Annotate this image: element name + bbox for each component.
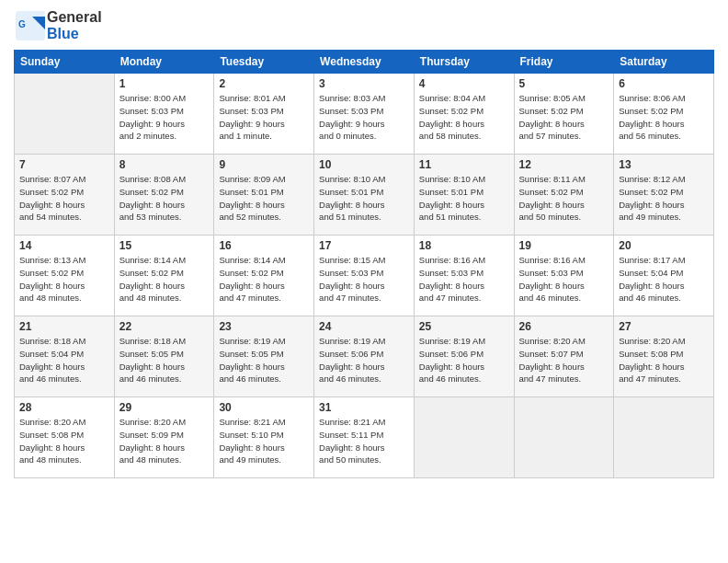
week-row-3: 14Sunrise: 8:13 AM Sunset: 5:02 PM Dayli…	[15, 236, 714, 316]
col-header-sunday: Sunday	[15, 51, 115, 74]
day-cell: 23Sunrise: 8:19 AM Sunset: 5:05 PM Dayli…	[214, 316, 314, 397]
day-info: Sunrise: 8:01 AM Sunset: 5:03 PM Dayligh…	[219, 92, 309, 143]
day-info: Sunrise: 8:09 AM Sunset: 5:01 PM Dayligh…	[219, 173, 309, 224]
day-number: 29	[119, 401, 210, 414]
day-number: 2	[219, 77, 309, 90]
day-number: 24	[319, 320, 409, 333]
day-cell: 29Sunrise: 8:20 AM Sunset: 5:09 PM Dayli…	[114, 397, 214, 478]
day-info: Sunrise: 8:18 AM Sunset: 5:04 PM Dayligh…	[19, 335, 109, 385]
day-number: 17	[319, 239, 409, 252]
day-info: Sunrise: 8:16 AM Sunset: 5:03 PM Dayligh…	[519, 254, 609, 304]
day-cell: 8Sunrise: 8:08 AM Sunset: 5:02 PM Daylig…	[114, 155, 214, 236]
logo-icon: G	[14, 9, 47, 42]
day-info: Sunrise: 8:12 AM Sunset: 5:02 PM Dayligh…	[619, 173, 709, 224]
day-cell: 4Sunrise: 8:04 AM Sunset: 5:02 PM Daylig…	[414, 74, 514, 155]
calendar-table: SundayMondayTuesdayWednesdayThursdayFrid…	[14, 50, 714, 478]
day-number: 5	[519, 77, 609, 90]
day-cell: 17Sunrise: 8:15 AM Sunset: 5:03 PM Dayli…	[314, 236, 415, 316]
day-cell: 27Sunrise: 8:20 AM Sunset: 5:08 PM Dayli…	[614, 316, 714, 397]
day-info: Sunrise: 8:04 AM Sunset: 5:02 PM Dayligh…	[419, 92, 509, 143]
day-number: 3	[319, 77, 409, 90]
day-number: 28	[19, 401, 109, 414]
week-row-1: 1Sunrise: 8:00 AM Sunset: 5:03 PM Daylig…	[15, 74, 714, 155]
day-cell: 3Sunrise: 8:03 AM Sunset: 5:03 PM Daylig…	[314, 74, 415, 155]
day-info: Sunrise: 8:20 AM Sunset: 5:09 PM Dayligh…	[119, 416, 210, 466]
day-number: 26	[519, 320, 609, 333]
week-row-2: 7Sunrise: 8:07 AM Sunset: 5:02 PM Daylig…	[15, 155, 714, 236]
day-cell	[614, 397, 714, 478]
day-info: Sunrise: 8:08 AM Sunset: 5:02 PM Dayligh…	[119, 173, 210, 224]
col-header-monday: Monday	[114, 51, 214, 74]
day-info: Sunrise: 8:21 AM Sunset: 5:11 PM Dayligh…	[319, 416, 409, 466]
day-number: 10	[319, 158, 409, 171]
day-cell: 28Sunrise: 8:20 AM Sunset: 5:08 PM Dayli…	[15, 397, 115, 478]
day-cell: 22Sunrise: 8:18 AM Sunset: 5:05 PM Dayli…	[114, 316, 214, 397]
day-number: 21	[19, 320, 109, 333]
day-cell: 30Sunrise: 8:21 AM Sunset: 5:10 PM Dayli…	[214, 397, 314, 478]
day-cell: 19Sunrise: 8:16 AM Sunset: 5:03 PM Dayli…	[514, 236, 614, 316]
day-cell	[514, 397, 614, 478]
day-cell: 21Sunrise: 8:18 AM Sunset: 5:04 PM Dayli…	[15, 316, 115, 397]
day-info: Sunrise: 8:19 AM Sunset: 5:05 PM Dayligh…	[219, 335, 309, 385]
day-number: 11	[419, 158, 509, 171]
day-info: Sunrise: 8:07 AM Sunset: 5:02 PM Dayligh…	[19, 173, 109, 224]
col-header-tuesday: Tuesday	[214, 51, 314, 74]
header-row: SundayMondayTuesdayWednesdayThursdayFrid…	[15, 51, 714, 74]
day-number: 30	[219, 401, 309, 414]
day-cell	[414, 397, 514, 478]
col-header-friday: Friday	[514, 51, 614, 74]
day-info: Sunrise: 8:17 AM Sunset: 5:04 PM Dayligh…	[619, 254, 709, 304]
day-info: Sunrise: 8:05 AM Sunset: 5:02 PM Dayligh…	[519, 92, 609, 143]
day-number: 1	[119, 77, 210, 90]
day-info: Sunrise: 8:06 AM Sunset: 5:02 PM Dayligh…	[619, 92, 709, 143]
day-cell: 12Sunrise: 8:11 AM Sunset: 5:02 PM Dayli…	[514, 155, 614, 236]
day-number: 4	[419, 77, 509, 90]
day-cell: 11Sunrise: 8:10 AM Sunset: 5:01 PM Dayli…	[414, 155, 514, 236]
day-number: 14	[19, 239, 109, 252]
day-number: 31	[319, 401, 409, 414]
day-info: Sunrise: 8:21 AM Sunset: 5:10 PM Dayligh…	[219, 416, 309, 466]
day-info: Sunrise: 8:03 AM Sunset: 5:03 PM Dayligh…	[319, 92, 409, 143]
day-info: Sunrise: 8:18 AM Sunset: 5:05 PM Dayligh…	[119, 335, 210, 385]
day-number: 25	[419, 320, 509, 333]
day-cell: 18Sunrise: 8:16 AM Sunset: 5:03 PM Dayli…	[414, 236, 514, 316]
day-info: Sunrise: 8:19 AM Sunset: 5:06 PM Dayligh…	[419, 335, 509, 385]
day-cell: 10Sunrise: 8:10 AM Sunset: 5:01 PM Dayli…	[314, 155, 415, 236]
header: G General Blue	[14, 9, 714, 42]
day-number: 15	[119, 239, 210, 252]
day-number: 22	[119, 320, 210, 333]
day-number: 16	[219, 239, 309, 252]
day-info: Sunrise: 8:14 AM Sunset: 5:02 PM Dayligh…	[119, 254, 210, 304]
logo-text-line1: General	[47, 9, 102, 26]
day-number: 23	[219, 320, 309, 333]
col-header-saturday: Saturday	[614, 51, 714, 74]
day-info: Sunrise: 8:15 AM Sunset: 5:03 PM Dayligh…	[319, 254, 409, 304]
calendar-page: G General Blue SundayMondayTuesdayWednes…	[0, 0, 728, 563]
day-number: 8	[119, 158, 210, 171]
day-cell: 20Sunrise: 8:17 AM Sunset: 5:04 PM Dayli…	[614, 236, 714, 316]
day-number: 20	[619, 239, 709, 252]
day-cell: 31Sunrise: 8:21 AM Sunset: 5:11 PM Dayli…	[314, 397, 415, 478]
day-cell: 15Sunrise: 8:14 AM Sunset: 5:02 PM Dayli…	[114, 236, 214, 316]
day-info: Sunrise: 8:19 AM Sunset: 5:06 PM Dayligh…	[319, 335, 409, 385]
day-number: 9	[219, 158, 309, 171]
day-number: 6	[619, 77, 709, 90]
day-cell: 1Sunrise: 8:00 AM Sunset: 5:03 PM Daylig…	[114, 74, 214, 155]
day-cell: 13Sunrise: 8:12 AM Sunset: 5:02 PM Dayli…	[614, 155, 714, 236]
day-info: Sunrise: 8:20 AM Sunset: 5:08 PM Dayligh…	[619, 335, 709, 385]
day-info: Sunrise: 8:20 AM Sunset: 5:07 PM Dayligh…	[519, 335, 609, 385]
day-cell: 6Sunrise: 8:06 AM Sunset: 5:02 PM Daylig…	[614, 74, 714, 155]
col-header-thursday: Thursday	[414, 51, 514, 74]
day-number: 27	[619, 320, 709, 333]
day-number: 18	[419, 239, 509, 252]
day-number: 7	[19, 158, 109, 171]
svg-text:G: G	[18, 19, 26, 29]
day-info: Sunrise: 8:13 AM Sunset: 5:02 PM Dayligh…	[19, 254, 109, 304]
day-cell	[15, 74, 115, 155]
day-cell: 25Sunrise: 8:19 AM Sunset: 5:06 PM Dayli…	[414, 316, 514, 397]
day-info: Sunrise: 8:20 AM Sunset: 5:08 PM Dayligh…	[19, 416, 109, 466]
day-cell: 14Sunrise: 8:13 AM Sunset: 5:02 PM Dayli…	[15, 236, 115, 316]
day-number: 19	[519, 239, 609, 252]
day-cell: 24Sunrise: 8:19 AM Sunset: 5:06 PM Dayli…	[314, 316, 415, 397]
col-header-wednesday: Wednesday	[314, 51, 415, 74]
